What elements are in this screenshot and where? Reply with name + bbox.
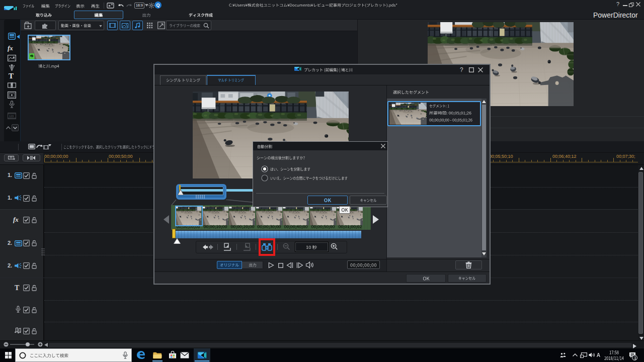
svg-text:123: 123 (9, 115, 14, 118)
